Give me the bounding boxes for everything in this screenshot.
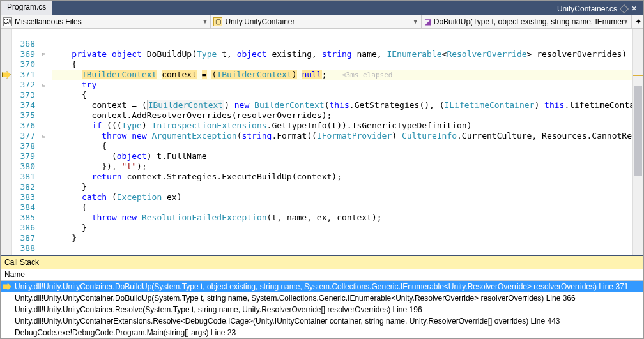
code-line[interactable]: } [52,223,632,233]
class-icon: ▢ [213,17,222,26]
callstack-row[interactable]: Unity.dll!Unity.UnityContainerExtensions… [1,315,643,327]
fold-toggle [39,39,49,49]
fold-toggle[interactable]: ⊟ [39,80,49,90]
code-line[interactable]: private object DoBuildUp(Type t, object … [52,49,632,59]
fold-toggle [39,223,49,233]
fold-toggle [39,151,49,162]
callstack-row[interactable]: DebugCode.exe!DebugCode.Program.Main(str… [1,327,643,338]
nav-bar: C# Miscellaneous Files ▼ ▢ Unity.UnityCo… [1,15,643,29]
fold-toggle [39,213,49,223]
callstack-row[interactable]: Unity.dll!Unity.UnityContainer.DoBuildUp… [1,281,643,292]
code-line[interactable]: { [52,202,632,213]
chevron-down-icon: ▼ [202,19,208,25]
callstack-title[interactable]: Call Stack [1,256,643,269]
code-line[interactable] [52,39,632,49]
nav-project[interactable]: C# Miscellaneous Files ▼ [1,15,211,28]
code-line[interactable]: }), "t"); [52,162,632,172]
callstack-row[interactable]: Unity.dll!Unity.UnityContainer.DoBuildUp… [1,292,643,304]
tab-label: UnityContainer.cs [557,4,617,13]
csharp-file-icon: C# [3,17,12,26]
fold-toggle [39,243,49,253]
frame-text: Unity.dll!Unity.UnityContainerExtensions… [15,317,560,326]
callstack-panel: Call Stack Name Unity.dll!Unity.UnityCon… [1,255,643,338]
code-line[interactable]: context = (IBuilderContext) new BuilderC… [52,100,632,110]
fold-toggle [39,90,49,100]
method-icon: ◪ [424,17,431,26]
fold-toggle [39,233,49,243]
code-line[interactable]: throw new ArgumentException(string.Forma… [52,131,632,141]
frame-indicator [2,283,12,290]
frame-text: Unity.dll!Unity.UnityContainer.DoBuildUp… [15,282,628,291]
current-frame-arrow-icon [3,283,12,290]
fold-toggle [39,172,49,182]
nav-member-label: DoBuildUp(Type t, object existing, strin… [434,17,624,26]
code-line[interactable]: } [52,233,632,243]
fold-toggle [39,110,49,121]
fold-toggle [39,59,49,70]
code-line[interactable]: catch (Exception ex) [52,192,632,202]
nav-class-label: Unity.UnityContainer [225,17,295,26]
fold-toggle [39,162,49,172]
nav-class[interactable]: ▢ Unity.UnityContainer ▼ [211,15,421,28]
chevron-down-icon: ▼ [413,19,418,25]
callstack-header[interactable]: Name [1,269,643,281]
current-line-arrow-icon [2,71,11,79]
line-numbers: 3683693703713723733743753763773783793803… [12,29,39,255]
scroll-marker [633,75,643,76]
code-line[interactable]: (object) t.FullName [52,151,632,162]
tab-right-group: UnityContainer.cs ✕ [551,1,643,15]
nav-member[interactable]: ◪ DoBuildUp(Type t, object existing, str… [422,15,632,28]
code-line[interactable]: context.AddResolverOverrides(resolverOve… [52,110,632,121]
code-area[interactable]: private object DoBuildUp(Type t, object … [49,29,632,255]
code-line[interactable]: throw new ResolutionFailedException(t, n… [52,213,632,223]
fold-toggle[interactable]: ⊟ [39,49,49,59]
fold-toggle [39,29,49,39]
editor-tabs: Program.cs UnityContainer.cs ✕ [1,1,643,15]
frame-text: Unity.dll!Unity.UnityContainer.DoBuildUp… [15,294,576,303]
code-line[interactable]: { [52,59,632,70]
window: Program.cs UnityContainer.cs ✕ C# Miscel… [0,0,644,339]
frame-text: Unity.dll!Unity.UnityContainer.Resolve(S… [15,305,422,314]
code-line[interactable] [52,29,632,39]
chevron-down-icon: ▼ [623,19,629,25]
fold-toggle[interactable]: ⊟ [39,131,49,141]
code-line[interactable]: { [52,90,632,100]
scrollbar-thumb[interactable] [634,86,642,176]
fold-toggle [39,121,49,131]
pin-icon[interactable] [620,4,629,13]
tab-unitycontainer[interactable]: UnityContainer.cs ✕ [551,1,643,15]
fold-toggle [39,192,49,202]
frame-text: DebugCode.exe!DebugCode.Program.Main(str… [15,328,236,337]
close-icon[interactable]: ✕ [631,4,637,13]
split-glyph: ✦ [635,17,641,26]
fold-gutter[interactable]: ⊟⊟⊟ [39,29,49,255]
breakpoint-gutter[interactable] [1,29,12,255]
nav-project-label: Miscellaneous Files [15,17,82,26]
code-line[interactable]: return context.Strategies.ExecuteBuildUp… [52,172,632,182]
code-line[interactable]: if (((Type) IntrospectionExtensions.GetT… [52,121,632,131]
code-line[interactable]: { [52,141,632,151]
fold-toggle [39,141,49,151]
callstack-list[interactable]: Unity.dll!Unity.UnityContainer.DoBuildUp… [1,281,643,338]
fold-toggle [39,182,49,192]
split-icon[interactable]: ✦ [632,15,643,28]
tab-program[interactable]: Program.cs [1,1,52,15]
code-line[interactable]: } [52,182,632,192]
fold-toggle [39,100,49,110]
code-editor[interactable]: 3683693703713723733743753763773783793803… [1,29,643,255]
fold-toggle [39,70,49,80]
fold-toggle [39,202,49,213]
code-line[interactable] [52,243,632,253]
vertical-scrollbar[interactable] [632,29,643,255]
callstack-row[interactable]: Unity.dll!Unity.UnityContainer.Resolve(S… [1,304,643,315]
code-line[interactable]: try [52,80,632,90]
code-line[interactable]: IBuilderContext context = (IBuilderConte… [52,70,632,80]
